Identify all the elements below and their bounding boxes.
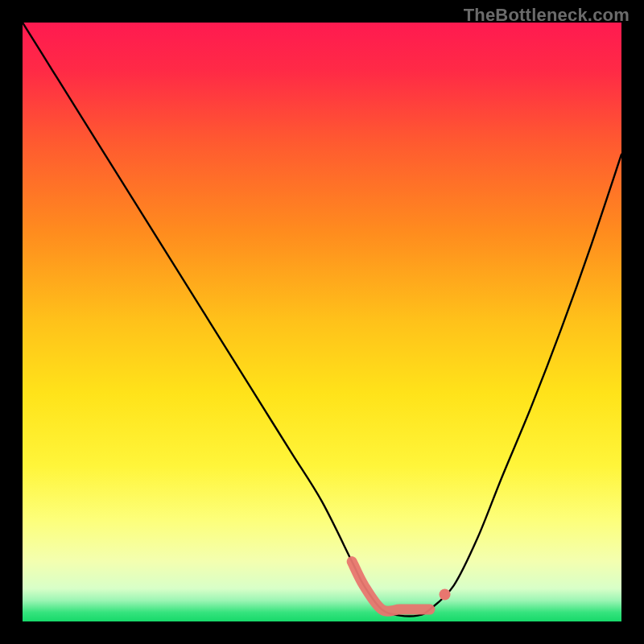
curve-layer	[23, 23, 621, 621]
highlight-dot-icon	[440, 589, 451, 601]
chart-frame: TheBottleneck.com	[0, 0, 644, 644]
watermark-label: TheBottleneck.com	[464, 5, 630, 26]
plot-area	[23, 23, 621, 621]
bottleneck-curve	[23, 23, 621, 616]
highlight-band	[352, 562, 430, 612]
